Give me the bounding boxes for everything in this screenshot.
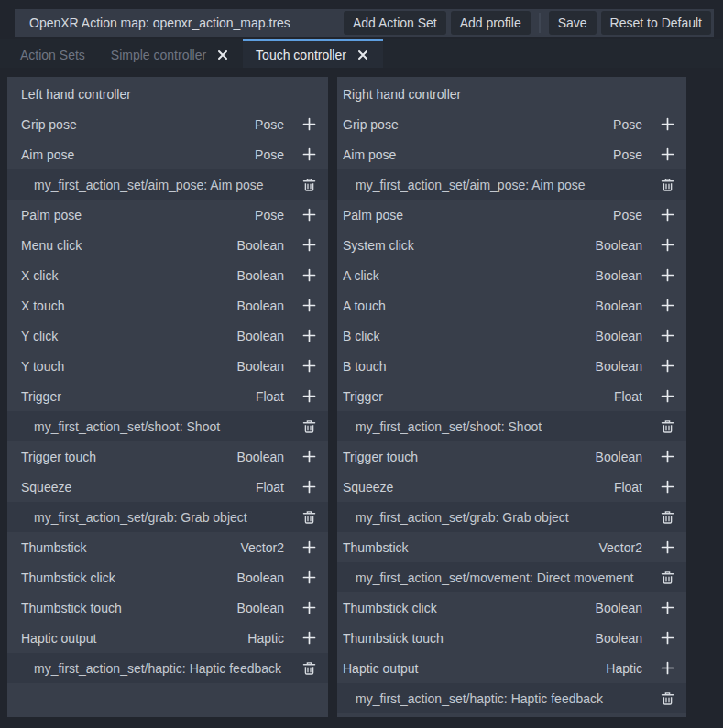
- action-row: Aim posePose: [337, 139, 686, 169]
- plus-icon: [661, 389, 674, 403]
- action-name: Haptic output: [343, 661, 606, 676]
- action-row: Aim posePose: [7, 139, 328, 169]
- add-binding-button[interactable]: [655, 536, 679, 560]
- action-type-label: Pose: [613, 208, 642, 223]
- tab-action-sets[interactable]: Action Sets: [7, 39, 98, 68]
- remove-binding-button[interactable]: [655, 505, 679, 529]
- action-name: Thumbstick touch: [343, 631, 596, 646]
- add-action-set-button[interactable]: Add Action Set: [344, 11, 446, 35]
- add-binding-button[interactable]: [297, 445, 321, 469]
- plus-icon: [661, 147, 674, 161]
- trash-icon: [302, 178, 316, 192]
- save-button[interactable]: Save: [549, 11, 597, 35]
- add-binding-button[interactable]: [297, 324, 321, 348]
- trash-icon: [661, 419, 674, 434]
- toolbar-separator: [539, 13, 541, 33]
- remove-binding-button[interactable]: [297, 657, 321, 680]
- tab-touch-controller[interactable]: Touch controller: [243, 39, 383, 68]
- remove-binding-button[interactable]: [297, 173, 321, 197]
- add-binding-button[interactable]: [655, 234, 679, 257]
- plus-icon: [302, 450, 316, 463]
- add-binding-button[interactable]: [655, 596, 679, 620]
- add-binding-button[interactable]: [655, 264, 679, 288]
- close-icon[interactable]: [356, 48, 370, 62]
- add-binding-button[interactable]: [297, 385, 321, 408]
- panel-title-row: Right hand controller: [337, 79, 686, 109]
- add-binding-button[interactable]: [297, 354, 321, 378]
- add-binding-button[interactable]: [655, 294, 679, 318]
- remove-binding-button[interactable]: [655, 415, 679, 439]
- action-type-label: Boolean: [596, 450, 642, 464]
- add-binding-button[interactable]: [297, 566, 321, 590]
- add-binding-button[interactable]: [297, 596, 321, 620]
- binding-label: my_first_action_set/grab: Grab object: [34, 510, 297, 525]
- panel-title-row: Left hand controller: [7, 79, 328, 109]
- add-binding-button[interactable]: [655, 626, 679, 650]
- add-binding-button[interactable]: [655, 354, 679, 378]
- add-binding-button[interactable]: [655, 475, 679, 499]
- add-binding-button[interactable]: [655, 203, 679, 227]
- dialog-title: OpenXR Action map: openxr_action_map.tre…: [15, 16, 290, 30]
- action-type-label: Float: [256, 480, 284, 494]
- add-binding-button[interactable]: [297, 294, 321, 318]
- plus-icon: [302, 631, 316, 645]
- close-icon[interactable]: [215, 48, 230, 62]
- binding-label: my_first_action_set/movement: Direct mov…: [356, 570, 655, 585]
- action-row: Y clickBoolean: [7, 321, 328, 351]
- action-row: Grip posePose: [7, 109, 328, 139]
- action-name: Aim pose: [21, 147, 255, 162]
- plus-icon: [302, 480, 316, 494]
- remove-binding-button[interactable]: [297, 415, 321, 439]
- action-row: X touchBoolean: [7, 290, 328, 321]
- add-binding-button[interactable]: [655, 324, 679, 348]
- action-name: B click: [343, 329, 596, 343]
- action-row: A clickBoolean: [337, 260, 686, 290]
- action-name: Squeeze: [21, 480, 256, 494]
- action-name: X touch: [21, 299, 237, 313]
- remove-binding-button[interactable]: [655, 566, 679, 590]
- remove-binding-button[interactable]: [655, 173, 679, 197]
- add-binding-button[interactable]: [655, 113, 679, 136]
- action-row: Palm posePose: [337, 200, 686, 230]
- add-binding-button[interactable]: [655, 445, 679, 469]
- plus-icon: [661, 329, 674, 342]
- action-type-label: Pose: [613, 147, 642, 162]
- tab-label: Touch controller: [256, 48, 346, 62]
- binding-label: my_first_action_set/haptic: Haptic feedb…: [356, 691, 655, 706]
- reset-to-default-button[interactable]: Reset to Default: [601, 11, 711, 35]
- binding-row: my_first_action_set/shoot: Shoot: [7, 411, 328, 441]
- add-binding-button[interactable]: [297, 626, 321, 650]
- action-type-label: Boolean: [237, 329, 284, 343]
- add-binding-button[interactable]: [297, 234, 321, 257]
- add-binding-button[interactable]: [655, 657, 679, 680]
- action-name: Trigger: [21, 389, 256, 404]
- add-profile-button[interactable]: Add profile: [451, 11, 531, 35]
- tab-bar: Action Sets Simple controller Touch cont…: [0, 39, 723, 68]
- tab-simple-controller[interactable]: Simple controller: [98, 39, 243, 68]
- add-binding-button[interactable]: [297, 475, 321, 499]
- action-row: Palm posePose: [7, 200, 328, 230]
- add-binding-button[interactable]: [297, 143, 321, 167]
- binding-label: my_first_action_set/aim_pose: Aim pose: [34, 178, 297, 192]
- add-binding-button[interactable]: [297, 113, 321, 136]
- trash-icon: [661, 691, 674, 706]
- action-name: Grip pose: [21, 117, 255, 132]
- add-binding-button[interactable]: [655, 385, 679, 408]
- action-row: Trigger touchBoolean: [7, 441, 328, 472]
- binding-label: my_first_action_set/shoot: Shoot: [356, 419, 655, 434]
- add-binding-button[interactable]: [655, 143, 679, 167]
- action-row: Trigger touchBoolean: [337, 441, 686, 472]
- add-binding-button[interactable]: [297, 203, 321, 227]
- plus-icon: [661, 117, 674, 131]
- action-type-label: Boolean: [237, 601, 284, 615]
- remove-binding-button[interactable]: [655, 687, 679, 711]
- add-binding-button[interactable]: [297, 536, 321, 560]
- add-binding-button[interactable]: [297, 264, 321, 288]
- action-name: Palm pose: [343, 208, 613, 223]
- action-row: A touchBoolean: [337, 290, 686, 321]
- action-type-label: Boolean: [596, 329, 642, 343]
- action-row: Thumbstick touchBoolean: [337, 623, 686, 653]
- remove-binding-button[interactable]: [297, 505, 321, 529]
- plus-icon: [302, 389, 316, 403]
- action-type-label: Boolean: [596, 359, 642, 374]
